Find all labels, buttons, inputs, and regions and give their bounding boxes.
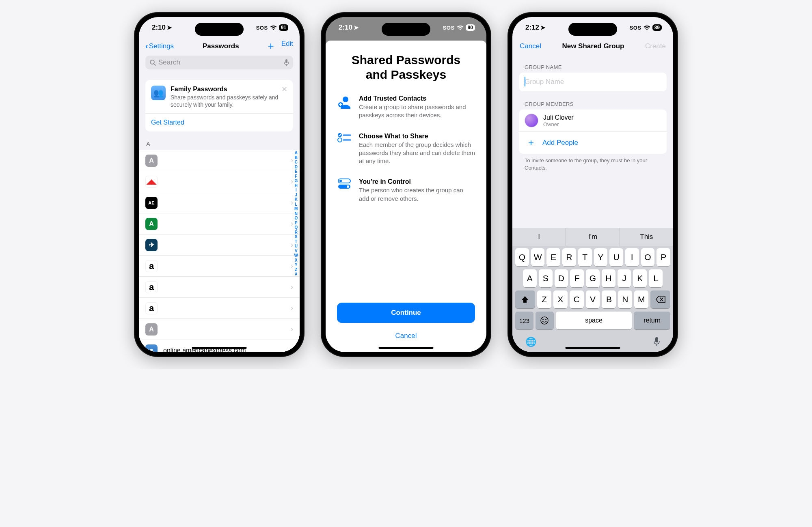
letter-key[interactable]: V [586,290,600,308]
alphabet-index[interactable]: ABCDEFGHIJKLMNOPQRSTUVWXYZ# [294,151,298,277]
edit-button[interactable]: Edit [281,40,293,52]
list-item[interactable]: A › [139,213,300,234]
index-letter[interactable]: P [294,221,298,226]
index-letter[interactable]: W [294,253,298,258]
mic-icon[interactable] [284,59,289,66]
index-letter[interactable]: B [294,155,298,160]
index-letter[interactable]: A [294,151,298,155]
letter-key[interactable]: D [555,269,568,287]
letter-key[interactable]: F [570,269,584,287]
index-letter[interactable]: I [294,188,298,193]
number-key[interactable]: 123 [515,312,533,329]
letter-key[interactable]: S [539,269,553,287]
suggestion[interactable]: I'm [566,228,620,246]
letter-key[interactable]: E [546,248,560,266]
index-letter[interactable]: R [294,230,298,235]
index-letter[interactable]: X [294,258,298,263]
svg-point-12 [347,185,349,188]
index-letter[interactable]: U [294,244,298,249]
letter-key[interactable]: R [562,248,576,266]
letter-key[interactable]: U [609,248,623,266]
list-item[interactable]: A › [139,150,300,171]
suggestion[interactable]: This [620,228,673,246]
letter-key[interactable]: Y [594,248,608,266]
letter-key[interactable]: B [602,290,616,308]
index-letter[interactable]: V [294,249,298,254]
index-letter[interactable]: K [294,197,298,202]
cancel-button[interactable]: Cancel [337,328,475,344]
index-letter[interactable]: G [294,179,298,183]
feature-control: You're in Control The person who creates… [337,178,475,203]
index-letter[interactable]: # [294,272,298,277]
letter-key[interactable]: W [531,248,545,266]
letter-key[interactable]: Z [537,290,551,308]
list-item[interactable]: ◢◣ › [139,171,300,192]
letter-key[interactable]: J [618,269,631,287]
index-letter[interactable]: E [294,169,298,174]
letter-key[interactable]: C [570,290,584,308]
letter-key[interactable]: G [586,269,600,287]
space-key[interactable]: space [556,312,632,329]
list-item[interactable]: a › [139,298,300,319]
letter-key[interactable]: Q [515,248,529,266]
index-letter[interactable]: J [294,193,298,198]
letter-key[interactable]: A [523,269,537,287]
letter-key[interactable]: T [578,248,592,266]
list-item[interactable]: ▦ online.americanexpress.com [139,340,300,352]
letter-key[interactable]: P [657,248,670,266]
group-name-field[interactable] [519,73,667,91]
list-item[interactable]: ✈ › [139,234,300,256]
globe-icon[interactable]: 🌐 [525,337,536,347]
letter-key[interactable]: L [649,269,663,287]
letter-key[interactable]: I [625,248,639,266]
index-letter[interactable]: N [294,211,298,216]
index-letter[interactable]: L [294,202,298,207]
home-indicator[interactable] [379,347,434,349]
cancel-button[interactable]: Cancel [520,42,541,50]
backspace-key[interactable] [650,290,670,308]
letter-key[interactable]: O [641,248,655,266]
continue-button[interactable]: Continue [337,303,475,323]
password-list[interactable]: A › ◢◣ › AE › A › [139,150,300,352]
add-button[interactable]: + [268,40,274,52]
letter-key[interactable]: X [553,290,568,308]
chevron-right-icon: › [291,325,293,333]
shift-key[interactable] [515,290,535,308]
suggestion-bar[interactable]: I I'm This [512,228,673,246]
list-item[interactable]: A › [139,319,300,340]
index-letter[interactable]: H [294,183,298,188]
dictation-icon[interactable] [653,337,660,346]
home-indicator[interactable] [566,347,620,349]
close-icon[interactable]: ✕ [281,85,287,94]
emoji-key[interactable] [536,312,554,329]
letter-key[interactable]: M [634,290,648,308]
index-letter[interactable]: C [294,160,298,165]
index-letter[interactable]: O [294,216,298,221]
letter-key[interactable]: H [602,269,615,287]
index-letter[interactable]: Q [294,225,298,230]
home-indicator[interactable] [192,347,247,349]
return-key[interactable]: return [634,312,670,329]
search-input[interactable] [158,58,281,67]
back-button[interactable]: ‹ Settings [145,41,174,51]
index-letter[interactable]: T [294,239,298,244]
keyboard[interactable]: I I'm This QWERTYUIOP ASDFGHJKL ZXCVBNM … [512,228,673,352]
index-letter[interactable]: S [294,234,298,239]
get-started-button[interactable]: Get Started [145,113,293,131]
suggestion[interactable]: I [512,228,566,246]
letter-key[interactable]: N [618,290,632,308]
index-letter[interactable]: Z [294,267,298,272]
add-people-button[interactable]: + Add People [519,132,667,154]
create-button[interactable]: Create [645,42,666,50]
index-letter[interactable]: M [294,206,298,211]
letter-key[interactable]: K [633,269,647,287]
index-letter[interactable]: D [294,165,298,170]
index-letter[interactable]: Y [294,262,298,267]
list-item[interactable]: a › [139,277,300,298]
list-item[interactable]: a › [139,256,300,277]
group-name-input[interactable] [525,78,661,86]
search-field[interactable] [145,56,293,69]
list-item[interactable]: AE › [139,192,300,213]
member-row[interactable]: Juli Clover Owner [519,110,667,132]
index-letter[interactable]: F [294,174,298,179]
